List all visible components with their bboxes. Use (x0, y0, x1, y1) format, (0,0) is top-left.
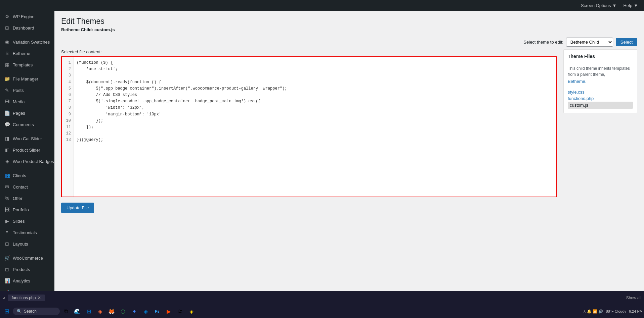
sidebar-item-comments[interactable]: 💬 Comments (0, 119, 54, 130)
theme-file-custom-js[interactable]: custom.js (568, 102, 633, 109)
testimonials-icon: ❝ (4, 229, 10, 235)
taskbar-tab[interactable]: functions.php ✕ (8, 295, 45, 301)
sidebar-item-slides[interactable]: ▶ Slides (0, 215, 54, 227)
content-area: Edit Themes Betheme Child: custom.js Sel… (54, 11, 644, 291)
theme-selector-row: Select theme to edit: Betheme Child Sele… (54, 35, 644, 49)
sidebar-item-testimonials[interactable]: ❝ Testimonials (0, 227, 54, 238)
parent-theme-link[interactable]: Betheme. (568, 77, 633, 86)
sidebar-label-woo-cat-slider: Woo Cat Slider (13, 136, 42, 141)
sidebar-label-analytics: Analytics (13, 278, 30, 283)
variation-swatches-icon: ◉ (4, 39, 10, 45)
sidebar-label-portfolio: Portfolio (13, 207, 29, 212)
taskbar-close-button[interactable]: ✕ (38, 296, 41, 300)
page-title: Edit Themes (61, 17, 637, 26)
theme-file-style-css[interactable]: style.css (568, 89, 633, 95)
sidebar-item-offer[interactable]: % Offer (0, 193, 54, 204)
show-all-button[interactable]: Show all (626, 296, 641, 300)
theme-selector-label: Select theme to edit: (523, 40, 563, 45)
main-content: Selected file content: 1 2 3 4 5 6 7 8 9 (54, 49, 644, 291)
slides-icon: ▶ (4, 218, 10, 224)
taskbar-app-firefox[interactable]: 🦊 (106, 306, 117, 317)
taskbar-app-11[interactable]: ◈ (186, 306, 197, 317)
marketing-icon: 📣 (4, 289, 10, 291)
taskbar-app-chrome[interactable]: ● (129, 306, 140, 317)
posts-icon: ✎ (4, 87, 10, 93)
sidebar-item-variation-swatches[interactable]: ◉ Variation Swatches (0, 36, 54, 48)
sidebar-item-file-manager[interactable]: 📁 File Manager (0, 73, 54, 85)
taskbar-app-files[interactable]: 🗂 (175, 306, 185, 317)
taskbar-app-vscode[interactable]: ◈ (140, 306, 151, 317)
windows-search-bar[interactable]: 🔍 Search (13, 308, 60, 315)
select-button[interactable]: Select (616, 38, 637, 46)
taskbar-expand-button[interactable]: ∧ (3, 296, 6, 300)
help-button[interactable]: Help ▼ (620, 2, 641, 9)
sidebar-item-woocommerce[interactable]: 🛒 WooCommerce (0, 252, 54, 264)
wp-engine-icon: ⚙ (4, 13, 10, 19)
sidebar-label-templates: Templates (13, 62, 33, 67)
file-manager-icon: 📁 (4, 76, 10, 82)
sidebar-item-contact[interactable]: ✉ Contact (0, 181, 54, 193)
clients-icon: 👥 (4, 172, 10, 178)
woo-product-badges-icon: ◈ (4, 158, 10, 164)
task-view-button[interactable]: ⧉ (60, 306, 71, 317)
sidebar-item-analytics[interactable]: 📊 Analytics (0, 275, 54, 286)
sidebar-label-clients: Clients (13, 173, 26, 178)
sidebar-label-betheme: Betheme (13, 51, 30, 56)
sidebar-label-slides: Slides (13, 219, 25, 224)
sidebar-item-portfolio[interactable]: 🖼 Portfolio (0, 204, 54, 215)
page-subtitle: Betheme Child: custom.js (61, 27, 637, 32)
sidebar-label-comments: Comments (13, 122, 34, 127)
products-icon: ◻ (4, 266, 10, 272)
theme-files-panel: Theme Files This child theme inherits te… (563, 49, 637, 113)
media-icon: 🎞 (4, 99, 10, 105)
sidebar-label-contact: Contact (13, 184, 28, 190)
sidebar-item-woo-product-badges[interactable]: ◈ Woo Product Badges (0, 156, 54, 167)
taskbar-app-2[interactable]: ⊞ (83, 306, 94, 317)
theme-file-functions-php[interactable]: functions.php (568, 95, 633, 102)
pages-icon: 📄 (4, 110, 10, 116)
windows-taskbar: ⊞ 🔍 Search ⧉ 🌊 ⊞ ◈ 🦊 ⬡ ● ◈ Ps ▶ 🗂 ◈ ∧ 🔔 … (0, 305, 644, 318)
start-button[interactable]: ⊞ (1, 306, 12, 317)
sidebar-item-products[interactable]: ◻ Products (0, 264, 54, 275)
sidebar-item-posts[interactable]: ✎ Posts (0, 85, 54, 96)
system-clock: 6:24 PM (629, 309, 643, 313)
sidebar-item-betheme[interactable]: B Betheme (0, 48, 54, 59)
sidebar-item-wp-engine[interactable]: ⚙ WP Engine (0, 11, 54, 22)
sidebar-label-media: Media (13, 99, 25, 104)
sidebar-item-templates[interactable]: ▦ Templates (0, 59, 54, 70)
sidebar-item-woo-cat-slider[interactable]: ◨ Woo Cat Slider (0, 133, 54, 144)
main-layout: ⚙ WP Engine ⊞ Dashboard ◉ Variation Swat… (0, 11, 644, 291)
sidebar-label-layouts: Layouts (13, 242, 28, 247)
editor-area: Selected file content: 1 2 3 4 5 6 7 8 9 (61, 49, 557, 284)
taskbar-app-1[interactable]: 🌊 (72, 306, 83, 317)
code-textarea[interactable]: (function ($) { 'use strict'; $(document… (74, 57, 556, 197)
theme-files-title: Theme Files (568, 54, 633, 62)
analytics-icon: 📊 (4, 278, 10, 284)
sidebar-label-woo-product-badges: Woo Product Badges (13, 159, 54, 164)
sidebar-label-posts: Posts (13, 88, 24, 93)
templates-icon: ▦ (4, 62, 10, 68)
taskbar-app-3[interactable]: ◈ (95, 306, 105, 317)
page-header: Edit Themes Betheme Child: custom.js (54, 11, 644, 35)
update-file-button[interactable]: Update File (61, 203, 94, 213)
file-content-label: Selected file content: (61, 49, 557, 54)
sidebar-item-pages[interactable]: 📄 Pages (0, 107, 54, 119)
sidebar-item-clients[interactable]: 👥 Clients (0, 170, 54, 181)
system-tray: ∧ 🔔 📶 🔊 (583, 309, 603, 314)
sidebar-item-media[interactable]: 🎞 Media (0, 96, 54, 107)
taskbar-app-9[interactable]: ▶ (163, 306, 174, 317)
screen-options-button[interactable]: Screen Options ▼ (578, 2, 619, 9)
sidebar-item-layouts[interactable]: ⊡ Layouts (0, 238, 54, 250)
taskbar-app-5[interactable]: ⬡ (118, 306, 128, 317)
sidebar-item-product-slider[interactable]: ◧ Product Slider (0, 144, 54, 156)
sidebar-label-products: Products (13, 267, 30, 272)
theme-files-description: This child theme inherits templates from… (568, 65, 633, 86)
theme-select-dropdown[interactable]: Betheme Child (566, 38, 613, 47)
sidebar-label-testimonials: Testimonials (13, 230, 37, 235)
sidebar-item-dashboard[interactable]: ⊞ Dashboard (0, 22, 54, 34)
systray-icons: ∧ 🔔 📶 🔊 (583, 309, 603, 314)
sidebar-item-marketing[interactable]: 📣 Marketing (0, 286, 54, 291)
layouts-icon: ⊡ (4, 241, 10, 247)
sidebar-label-offer: Offer (13, 196, 23, 201)
taskbar-app-photoshop[interactable]: Ps (152, 306, 163, 317)
